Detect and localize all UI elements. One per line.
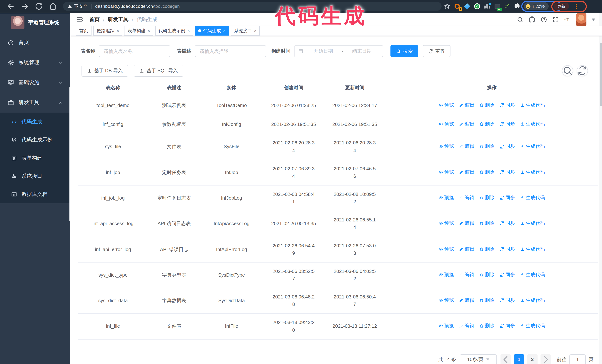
action-sync[interactable]: 同步 bbox=[500, 194, 515, 201]
avatar-caret-down-icon[interactable] bbox=[592, 19, 595, 21]
extension-gem-icon[interactable] bbox=[464, 3, 471, 10]
action-sync[interactable]: 同步 bbox=[500, 220, 515, 227]
browser-reload-icon[interactable] bbox=[34, 2, 43, 11]
action-delete[interactable]: 删除 bbox=[479, 143, 494, 150]
action-delete[interactable]: 删除 bbox=[479, 102, 494, 109]
table-row[interactable]: inf_job_log定时任务日志表InfJobLog2021-02-08 04… bbox=[78, 185, 598, 211]
action-sync[interactable]: 同步 bbox=[500, 322, 515, 330]
action-edit[interactable]: 编辑 bbox=[459, 120, 474, 128]
tab-form-builder[interactable]: 表单构建× bbox=[124, 26, 153, 36]
table-row[interactable]: inf_api_error_logAPI 错误日志InfApiErrorLog2… bbox=[78, 237, 598, 262]
action-generate-code[interactable]: 生成代码 bbox=[520, 168, 545, 176]
action-generate-code[interactable]: 生成代码 bbox=[520, 120, 545, 128]
action-delete[interactable]: 删除 bbox=[479, 120, 494, 128]
action-delete[interactable]: 删除 bbox=[479, 322, 494, 330]
browser-forward-icon[interactable] bbox=[20, 2, 29, 11]
sidebar-subitem-form-builder[interactable]: 表单构建 bbox=[0, 149, 70, 167]
action-preview[interactable]: 预览 bbox=[439, 322, 454, 330]
browser-back-icon[interactable] bbox=[6, 2, 15, 11]
tab-close-icon[interactable]: × bbox=[187, 29, 190, 33]
bookmark-star-icon[interactable] bbox=[444, 3, 451, 10]
action-preview[interactable]: 预览 bbox=[439, 271, 454, 279]
action-preview[interactable]: 预览 bbox=[439, 245, 454, 253]
action-edit[interactable]: 编辑 bbox=[459, 168, 474, 176]
table-name-input[interactable] bbox=[99, 45, 170, 57]
tab-close-icon[interactable]: × bbox=[223, 29, 226, 33]
action-preview[interactable]: 预览 bbox=[439, 297, 454, 304]
github-icon[interactable] bbox=[529, 16, 535, 23]
action-edit[interactable]: 编辑 bbox=[459, 271, 474, 279]
search-icon[interactable] bbox=[517, 16, 524, 23]
action-generate-code[interactable]: 生成代码 bbox=[520, 220, 545, 227]
page-button-1[interactable]: 1 bbox=[514, 354, 524, 364]
action-preview[interactable]: 预览 bbox=[439, 194, 454, 201]
extension-key-icon[interactable] bbox=[504, 3, 510, 10]
sidebar-scrollbar[interactable] bbox=[69, 87, 70, 221]
fullscreen-icon[interactable] bbox=[552, 16, 559, 23]
next-page-button[interactable] bbox=[540, 354, 551, 364]
extension-switch-icon[interactable]: on bbox=[494, 3, 501, 10]
sidebar-logo-row[interactable]: 芋道管理系统 bbox=[0, 13, 70, 32]
tab-codegen[interactable]: 代码生成× bbox=[195, 26, 229, 36]
media-paused-chip[interactable]: 已暂停 bbox=[524, 2, 549, 10]
user-avatar[interactable] bbox=[576, 13, 586, 26]
action-delete[interactable]: 删除 bbox=[479, 220, 494, 227]
action-sync[interactable]: 同步 bbox=[500, 297, 515, 304]
action-sync[interactable]: 同步 bbox=[500, 120, 515, 128]
action-edit[interactable]: 编辑 bbox=[459, 143, 474, 150]
font-size-icon[interactable]: tT bbox=[564, 16, 571, 23]
action-preview[interactable]: 预览 bbox=[439, 168, 454, 176]
extensions-puzzle-icon[interactable] bbox=[514, 3, 520, 10]
tab-close-icon[interactable]: × bbox=[254, 29, 257, 33]
table-row[interactable]: sys_dict_type字典类型表SysDictType2021-03-06 … bbox=[78, 262, 598, 288]
sidebar-subitem-codegen[interactable]: 代码生成 bbox=[0, 113, 70, 131]
action-generate-code[interactable]: 生成代码 bbox=[520, 271, 545, 279]
table-row[interactable]: inf_config参数配置表InfConfig2021-02-06 19:51… bbox=[78, 115, 598, 134]
page-button-2[interactable]: 2 bbox=[527, 354, 538, 364]
tab-codegen-example[interactable]: 代码生成示例× bbox=[155, 26, 193, 36]
window-scrollbar[interactable] bbox=[599, 13, 602, 364]
table-row[interactable]: sys_file文件表SysFile2021-02-06 20:28:3 420… bbox=[78, 134, 598, 160]
action-delete[interactable]: 删除 bbox=[479, 245, 494, 253]
table-row[interactable]: inf_file文件表InfFile2021-03-13 09:43:2 020… bbox=[78, 314, 598, 339]
sidebar-item-devtools[interactable]: 研发工具 bbox=[0, 93, 70, 113]
breadcrumb-devtools[interactable]: 研发工具 bbox=[108, 16, 129, 23]
sidebar-item-infra[interactable]: 基础设施 bbox=[0, 73, 70, 93]
action-sync[interactable]: 同步 bbox=[500, 271, 515, 279]
action-preview[interactable]: 预览 bbox=[439, 220, 454, 227]
toggle-search-button[interactable] bbox=[562, 65, 573, 76]
goto-page-input[interactable] bbox=[570, 354, 586, 364]
action-sync[interactable]: 同步 bbox=[500, 143, 515, 150]
tab-tracer[interactable]: 链路追踪× bbox=[93, 26, 122, 36]
table-row[interactable]: tool_test_demo测试示例表ToolTestDemo2021-02-0… bbox=[78, 96, 598, 115]
table-row[interactable]: sys_dict_data字典数据表SysDictData2021-03-06 … bbox=[78, 288, 598, 314]
action-delete[interactable]: 删除 bbox=[479, 194, 494, 201]
table-desc-input[interactable] bbox=[195, 45, 266, 57]
sidebar-item-system[interactable]: 系统管理 bbox=[0, 52, 70, 73]
table-row[interactable]: inf_job定时任务表InfJob2021-02-07 06:39:3 420… bbox=[78, 160, 598, 185]
sidebar-subitem-db-doc[interactable]: 数据库文档 bbox=[0, 185, 70, 203]
action-edit[interactable]: 编辑 bbox=[459, 220, 474, 227]
tab-close-icon[interactable]: × bbox=[117, 29, 119, 33]
sidebar-fold-icon[interactable] bbox=[76, 16, 83, 23]
import-sql-button[interactable]: 基于 SQL 导入 bbox=[134, 65, 183, 77]
help-icon[interactable] bbox=[540, 16, 547, 23]
sidebar-subitem-codegen-example[interactable]: 代码生成示例 bbox=[0, 131, 70, 149]
breadcrumb-home[interactable]: 首页 bbox=[89, 16, 100, 23]
action-edit[interactable]: 编辑 bbox=[459, 194, 474, 201]
action-preview[interactable]: 预览 bbox=[439, 143, 454, 150]
tab-system-api[interactable]: 系统接口× bbox=[231, 26, 260, 36]
action-generate-code[interactable]: 生成代码 bbox=[520, 297, 545, 304]
action-generate-code[interactable]: 生成代码 bbox=[520, 245, 545, 253]
browser-update-button[interactable]: 更新 bbox=[553, 3, 569, 10]
action-sync[interactable]: 同步 bbox=[500, 245, 515, 253]
extension-columns-icon[interactable] bbox=[484, 3, 491, 10]
table-row[interactable]: inf_api_access_logAPI 访问日志表InfApiAccessL… bbox=[78, 211, 598, 237]
action-edit[interactable]: 编辑 bbox=[459, 245, 474, 253]
address-bar[interactable]: 不安全 dashboard.yudao.iocoder.cn /tool/cod… bbox=[63, 2, 441, 11]
action-generate-code[interactable]: 生成代码 bbox=[520, 143, 545, 150]
reset-button[interactable]: 重置 bbox=[423, 45, 451, 57]
import-db-button[interactable]: 基于 DB 导入 bbox=[82, 65, 128, 77]
action-generate-code[interactable]: 生成代码 bbox=[520, 102, 545, 109]
search-button[interactable]: 搜索 bbox=[390, 45, 418, 57]
